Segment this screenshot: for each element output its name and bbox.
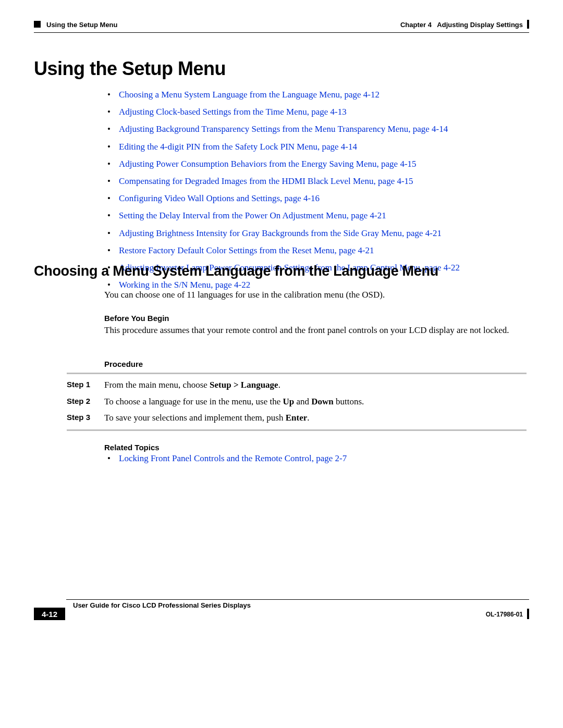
step-text-bold: Enter [286, 413, 308, 423]
before-you-begin-text: This procedure assumes that your remote … [104, 325, 527, 336]
step-row: Step 2 To choose a language for use in t… [67, 395, 527, 409]
toc-link[interactable]: Adjusting Brightness Intensity for Gray … [119, 228, 442, 238]
toc-link[interactable]: Setting the Delay Interval from the Powe… [119, 211, 386, 220]
header-chapter-label: Chapter 4 [400, 21, 432, 29]
step-text-bold: Down [311, 397, 334, 406]
section-description: You can choose one of 11 languages for u… [104, 290, 527, 300]
step-label: Step 1 [67, 378, 104, 392]
list-item: Editing the 4-digit PIN from the Safety … [104, 140, 527, 154]
toc-link[interactable]: Adjusting Background Transparency Settin… [119, 124, 448, 134]
list-item: Compensating for Degraded Images from th… [104, 174, 527, 188]
header-chapter-title: Adjusting Display Settings [437, 21, 523, 29]
footer-edge-bar-icon [527, 609, 529, 619]
list-item: Configuring Video Wall Options and Setti… [104, 191, 527, 205]
page-footer: User Guide for Cisco LCD Professional Se… [34, 601, 529, 622]
procedure-heading: Procedure [104, 360, 143, 368]
step-text-bold: Up [283, 397, 294, 406]
footer-rule [66, 599, 529, 600]
list-item: Restore Factory Default Color Settings f… [104, 243, 527, 257]
list-item: Locking Front Panel Controls and the Rem… [104, 453, 527, 464]
before-you-begin-heading: Before You Begin [104, 314, 169, 323]
footer-page-number: 4-12 [34, 608, 65, 620]
page: Using the Setup Menu Chapter 4 Adjusting… [0, 0, 563, 728]
toc-link[interactable]: Adjusting Power Consumption Behaviors fr… [119, 159, 417, 169]
step-row: Step 3 To save your selections and imple… [67, 411, 527, 425]
toc-link[interactable]: Editing the 4-digit PIN from the Safety … [119, 142, 357, 152]
step-label: Step 2 [67, 395, 104, 409]
list-item: Setting the Delay Interval from the Powe… [104, 208, 527, 223]
toc-link[interactable]: Working in the S/N Menu, page 4-22 [119, 280, 250, 290]
divider [67, 429, 527, 431]
footer-guide-title: User Guide for Cisco LCD Professional Se… [73, 601, 251, 609]
step-label: Step 3 [67, 411, 104, 425]
step-text-post: buttons. [334, 397, 364, 406]
step-text-post: . [278, 380, 280, 390]
toc-link[interactable]: Choosing a Menu System Language from the… [119, 90, 380, 100]
toc-link[interactable]: Adjusting Clock-based Settings from the … [119, 107, 347, 117]
step-text-mid: and [294, 397, 311, 406]
step-text-post: . [307, 413, 309, 423]
related-link[interactable]: Locking Front Panel Controls and the Rem… [119, 453, 347, 463]
list-item: Adjusting Background Transparency Settin… [104, 122, 527, 136]
toc-link[interactable]: Compensating for Degraded Images from th… [119, 176, 413, 186]
header-square-icon [34, 21, 41, 28]
step-text-pre: From the main menu, choose [104, 380, 210, 390]
step-text: To save your selections and implement th… [104, 411, 527, 425]
list-item: Adjusting Brightness Intensity for Gray … [104, 226, 527, 240]
footer-doc-id: OL-17986-01 [486, 611, 523, 618]
header-chapter: Chapter 4 Adjusting Display Settings [400, 21, 523, 29]
header-rule [34, 32, 529, 33]
step-row: Step 1 From the main menu, choose Setup … [67, 378, 527, 392]
header-section-title: Using the Setup Menu [46, 21, 118, 29]
procedure-steps: Step 1 From the main menu, choose Setup … [67, 378, 527, 428]
step-text-pre: To save your selections and implement th… [104, 413, 286, 423]
step-text: From the main menu, choose Setup > Langu… [104, 378, 527, 392]
list-item: Adjusting Clock-based Settings from the … [104, 105, 527, 119]
heading-using-setup-menu: Using the Setup Menu [34, 58, 226, 80]
toc-link[interactable]: Restore Factory Default Color Settings f… [119, 245, 374, 255]
header-edge-bar-icon [527, 20, 529, 29]
heading-choosing-language: Choosing a Menu System Language from the… [34, 263, 438, 279]
toc-link[interactable]: Configuring Video Wall Options and Setti… [119, 193, 320, 203]
step-text-bold: Setup > Language [210, 380, 278, 390]
related-topics-heading: Related Topics [104, 443, 160, 452]
page-header: Using the Setup Menu Chapter 4 Adjusting… [34, 20, 529, 35]
related-topics-list: Locking Front Panel Controls and the Rem… [104, 453, 527, 464]
step-text-pre: To choose a language for use in the menu… [104, 397, 283, 406]
step-text: To choose a language for use in the menu… [104, 395, 527, 409]
list-item: Choosing a Menu System Language from the… [104, 88, 527, 102]
list-item: Adjusting Power Consumption Behaviors fr… [104, 157, 527, 171]
divider [67, 373, 527, 374]
